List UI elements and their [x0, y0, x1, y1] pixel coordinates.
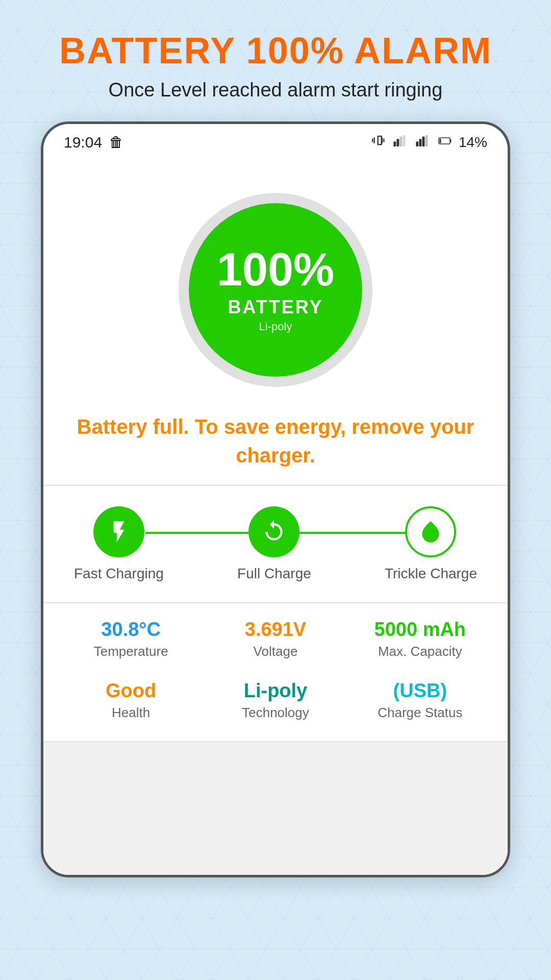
svg-rect-1 [396, 139, 399, 147]
stats-section: 30.8°C Temperature 3.691V Voltage 5000 m… [43, 603, 508, 741]
status-time: 19:04 [64, 134, 102, 151]
battery-status-icon [438, 134, 452, 150]
max-capacity-value: 5000 mAh [374, 619, 466, 641]
status-right: 14% [372, 133, 487, 151]
battery-message: Battery full. To save energy, remove you… [43, 397, 508, 485]
voltage-label: Voltage [254, 644, 298, 659]
battery-percent-text: 14% [459, 134, 487, 151]
svg-rect-9 [450, 139, 452, 142]
main-content: 100% BATTERY Li-poly Battery full. To sa… [43, 157, 508, 875]
stat-technology: Li-poly Technology [208, 680, 342, 721]
stat-health: Good Health [64, 680, 198, 721]
voltage-value: 3.691V [245, 619, 306, 641]
stats-grid: 30.8°C Temperature 3.691V Voltage 5000 m… [64, 619, 487, 721]
status-left: 19:04 🗑 [64, 134, 123, 151]
fast-charging-label: Fast Charging [74, 566, 164, 582]
calendar-icon: 🗑 [109, 134, 123, 151]
phone-frame: 19:04 🗑 [41, 121, 510, 877]
signal2-icon [416, 134, 431, 150]
battery-percent: 100% [217, 247, 334, 292]
battery-type: Li-poly [259, 320, 292, 333]
trickle-charge-icon [405, 506, 456, 557]
svg-rect-7 [425, 135, 428, 146]
svg-rect-2 [400, 137, 403, 147]
stat-temperature: 30.8°C Temperature [64, 619, 198, 659]
app-title: BATTERY 100% ALARM [20, 31, 531, 71]
fast-charging-icon [93, 506, 144, 557]
signal1-icon [393, 134, 409, 150]
stage-item-fast-charging: Fast Charging [74, 506, 164, 582]
svg-rect-0 [393, 141, 396, 146]
battery-circle-outer: 100% BATTERY Li-poly [179, 193, 372, 387]
battery-label: BATTERY [228, 297, 323, 318]
charging-stages: Fast Charging Full Charge Trickle [43, 486, 508, 602]
charge-status-label: Charge Status [378, 705, 462, 721]
header-section: BATTERY 100% ALARM Once Level reached al… [0, 0, 551, 121]
svg-rect-4 [416, 141, 418, 146]
bottom-area [43, 742, 508, 875]
vibrate-icon [372, 133, 386, 151]
stat-max-capacity: 5000 mAh Max. Capacity [353, 619, 487, 659]
svg-rect-3 [403, 135, 406, 146]
health-value: Good [106, 680, 156, 702]
stat-voltage: 3.691V Voltage [208, 619, 342, 659]
full-charge-label: Full Charge [237, 566, 311, 582]
full-charge-icon [248, 506, 299, 557]
battery-circle-container: 100% BATTERY Li-poly [43, 178, 508, 397]
app-subtitle: Once Level reached alarm start ringing [20, 79, 531, 101]
stage-item-trickle-charge: Trickle Charge [385, 506, 477, 582]
svg-rect-6 [422, 137, 425, 147]
charge-status-value: (USB) [393, 680, 447, 702]
temperature-label: Temperature [94, 644, 168, 659]
svg-rect-10 [439, 139, 441, 143]
temperature-value: 30.8°C [101, 619, 161, 641]
status-bar: 19:04 🗑 [43, 124, 508, 157]
trickle-charge-label: Trickle Charge [385, 566, 477, 582]
technology-label: Technology [242, 705, 309, 721]
svg-rect-5 [419, 139, 421, 147]
technology-value: Li-poly [244, 680, 308, 702]
health-label: Health [112, 705, 150, 721]
stage-item-full-charge: Full Charge [237, 506, 311, 582]
stat-charge-status: (USB) Charge Status [353, 680, 487, 721]
battery-circle-inner: 100% BATTERY Li-poly [189, 203, 362, 377]
max-capacity-label: Max. Capacity [378, 644, 462, 659]
